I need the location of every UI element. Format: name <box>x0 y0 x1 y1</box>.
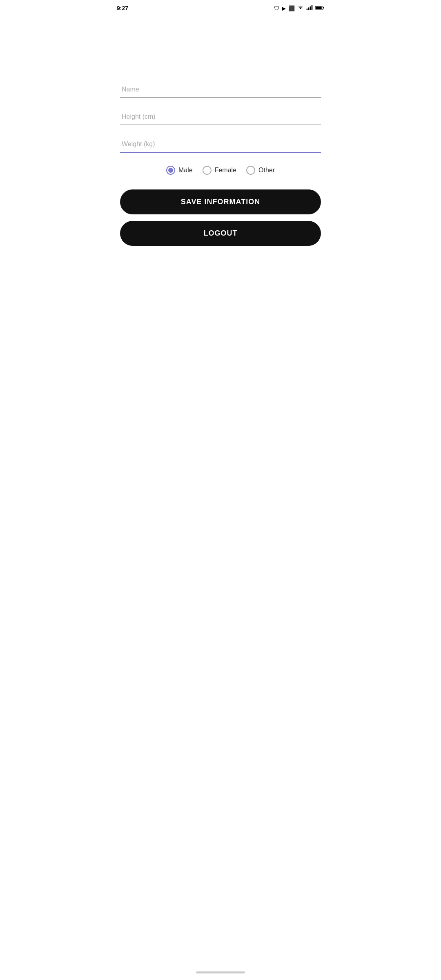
svg-rect-2 <box>310 6 311 10</box>
record-icon: ⬛ <box>288 5 295 11</box>
gender-male-label: Male <box>178 167 193 174</box>
status-bar: 9:27 🛡 ▶ ⬛ <box>110 0 331 16</box>
signal-icon <box>306 5 313 11</box>
logout-button[interactable]: LOGOUT <box>120 221 321 246</box>
height-input[interactable] <box>120 109 321 125</box>
gender-other-radio[interactable] <box>246 166 255 175</box>
svg-rect-5 <box>316 7 322 9</box>
gender-female-label: Female <box>215 167 236 174</box>
wifi-icon <box>297 5 304 11</box>
shield-icon: 🛡 <box>274 5 279 11</box>
svg-rect-6 <box>323 7 324 9</box>
main-content: Male Female Other SAVE INFORMATION LOGOU… <box>110 74 331 254</box>
gender-male-option[interactable]: Male <box>166 166 193 175</box>
gender-male-radio[interactable] <box>166 166 175 175</box>
svg-rect-1 <box>308 7 310 10</box>
gender-other-label: Other <box>258 167 275 174</box>
battery-icon <box>315 5 324 11</box>
svg-rect-3 <box>312 5 313 10</box>
gender-other-option[interactable]: Other <box>246 166 275 175</box>
gender-options: Male Female Other <box>120 166 321 175</box>
gender-female-radio[interactable] <box>203 166 212 175</box>
svg-rect-0 <box>307 9 308 10</box>
bottom-bar <box>196 971 245 973</box>
status-icons: 🛡 ▶ ⬛ <box>274 5 324 11</box>
status-time: 9:27 <box>117 5 128 11</box>
gender-female-option[interactable]: Female <box>203 166 236 175</box>
name-input[interactable] <box>120 82 321 98</box>
weight-input[interactable] <box>120 136 321 153</box>
save-information-button[interactable]: SAVE INFORMATION <box>120 189 321 214</box>
play-icon: ▶ <box>282 5 286 11</box>
